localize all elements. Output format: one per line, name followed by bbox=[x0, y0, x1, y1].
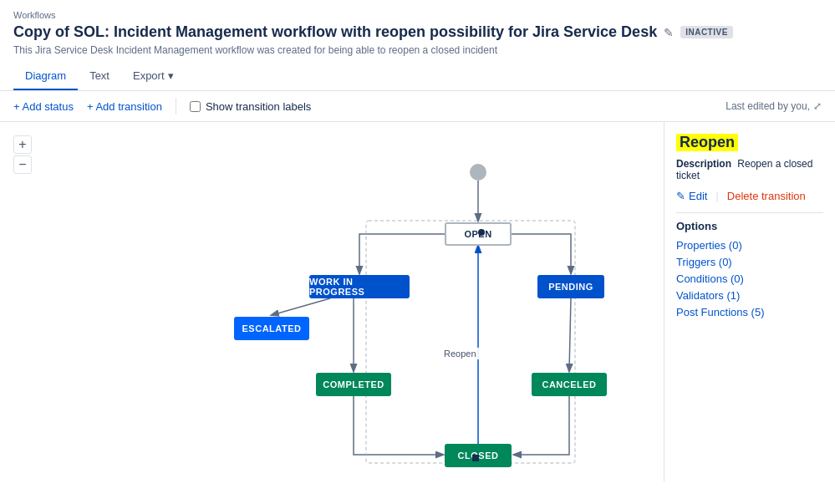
svg-rect-1 bbox=[366, 221, 575, 463]
option-triggers[interactable]: Triggers (0) bbox=[676, 256, 823, 268]
node-canceled[interactable]: CANCELED bbox=[532, 373, 607, 396]
subtitle: This Jira Service Desk Incident Manageme… bbox=[13, 44, 822, 56]
chevron-down-icon: ▾ bbox=[168, 69, 174, 82]
expand-icon[interactable]: ⤢ bbox=[813, 100, 822, 112]
show-labels-checkbox[interactable] bbox=[190, 101, 201, 112]
show-labels-toggle[interactable]: Show transition labels bbox=[190, 100, 311, 113]
side-panel: Reopen Description Reopen a closed ticke… bbox=[664, 122, 835, 481]
title-edit-icon[interactable]: ✎ bbox=[664, 26, 674, 39]
page-title: Copy of SOL: Incident Management workflo… bbox=[13, 23, 657, 41]
last-edited: Last edited by you, ⤢ bbox=[726, 100, 822, 112]
option-properties[interactable]: Properties (0) bbox=[676, 239, 823, 252]
add-status-button[interactable]: + Add status bbox=[13, 100, 74, 113]
option-validators[interactable]: Validators (1) bbox=[676, 289, 823, 302]
toolbar-separator bbox=[176, 98, 176, 115]
node-wip[interactable]: WORK IN PROGRESS bbox=[309, 275, 410, 298]
panel-description: Description Reopen a closed ticket bbox=[676, 158, 823, 181]
node-completed[interactable]: COMPLETED bbox=[316, 373, 391, 396]
panel-title: Reopen bbox=[676, 134, 738, 151]
zoom-out-button[interactable]: − bbox=[13, 155, 32, 174]
tab-text[interactable]: Text bbox=[78, 63, 121, 90]
header: Workflows Copy of SOL: Incident Manageme… bbox=[0, 0, 835, 91]
panel-divider bbox=[676, 212, 823, 213]
tab-export[interactable]: Export ▾ bbox=[121, 63, 186, 90]
zoom-in-button[interactable]: + bbox=[13, 135, 32, 154]
delete-transition-button[interactable]: Delete transition bbox=[727, 190, 806, 202]
add-transition-button[interactable]: + Add transition bbox=[87, 100, 162, 113]
node-escalated[interactable]: ESCALATED bbox=[234, 317, 309, 340]
tab-diagram[interactable]: Diagram bbox=[13, 63, 78, 90]
panel-options-title: Options bbox=[676, 220, 823, 232]
node-pending[interactable]: PENDING bbox=[537, 275, 604, 298]
panel-actions: ✎ Edit | Delete transition bbox=[676, 190, 823, 202]
diagram-area: + − OPEN WO bbox=[0, 122, 835, 481]
zoom-controls: + − bbox=[13, 135, 32, 174]
transition-label-reopen: Reopen bbox=[441, 348, 479, 359]
closed-pin bbox=[472, 455, 479, 461]
tab-bar: Diagram Text Export ▾ bbox=[13, 63, 822, 90]
option-conditions[interactable]: Conditions (0) bbox=[676, 272, 823, 285]
start-node bbox=[470, 164, 486, 181]
option-post-functions[interactable]: Post Functions (5) bbox=[676, 306, 823, 318]
open-pin bbox=[478, 229, 485, 236]
status-badge: INACTIVE bbox=[680, 26, 733, 38]
toolbar: + Add status + Add transition Show trans… bbox=[0, 91, 835, 122]
pencil-icon: ✎ bbox=[676, 190, 685, 202]
breadcrumb: Workflows bbox=[13, 10, 822, 20]
edit-button[interactable]: ✎ Edit bbox=[676, 190, 707, 202]
